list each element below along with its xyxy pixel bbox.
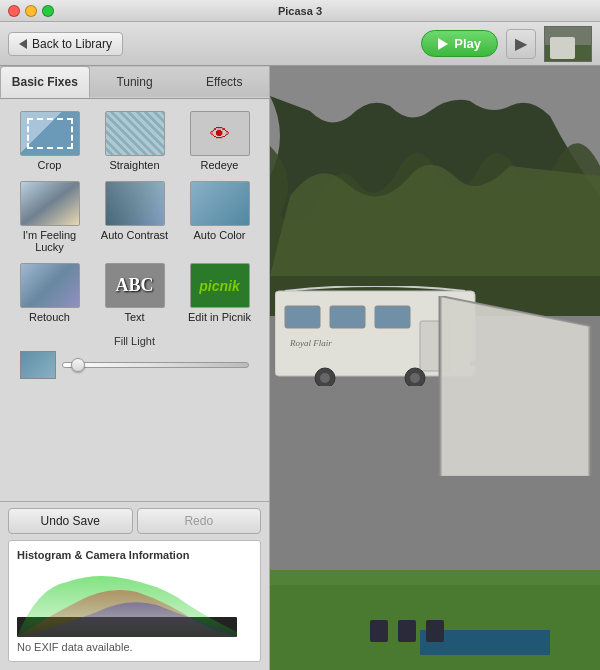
tool-auto-contrast[interactable]: Auto Contrast: [95, 179, 174, 255]
nav-right-icon: ▶: [515, 34, 527, 53]
retouch-label: Retouch: [29, 311, 70, 323]
tabs-bar: Basic Fixes Tuning Effects: [0, 66, 269, 99]
back-arrow-icon: [19, 39, 27, 49]
histogram-section: Histogram & Camera Information: [8, 540, 261, 662]
tools-grid: Crop Straighten Redeye I'm Feeling Lucky: [10, 109, 259, 325]
crop-thumbnail: [20, 111, 80, 156]
autocontrast-label: Auto Contrast: [101, 229, 168, 241]
lucky-label: I'm Feeling Lucky: [12, 229, 87, 253]
redeye-label: Redeye: [201, 159, 239, 171]
back-to-library-button[interactable]: Back to Library: [8, 32, 123, 56]
crop-label: Crop: [38, 159, 62, 171]
tree-canopy: [270, 96, 600, 316]
histogram-title: Histogram & Camera Information: [17, 549, 252, 561]
title-bar: Picasa 3: [0, 0, 600, 22]
back-to-library-label: Back to Library: [32, 37, 112, 51]
tool-auto-color[interactable]: Auto Color: [180, 179, 259, 255]
photo-thumbnail[interactable]: [544, 26, 592, 62]
play-button[interactable]: Play: [421, 30, 498, 57]
fill-light-label: Fill Light: [20, 335, 249, 347]
svg-rect-24: [398, 620, 416, 642]
text-label: Text: [124, 311, 144, 323]
close-button[interactable]: [8, 5, 20, 17]
fill-light-slider[interactable]: [62, 362, 249, 368]
abc-icon: ABC: [115, 275, 153, 296]
tool-straighten[interactable]: Straighten: [95, 109, 174, 173]
autocontrast-thumbnail: [105, 181, 165, 226]
play-icon: [438, 38, 448, 50]
tab-effects[interactable]: Effects: [179, 66, 269, 98]
fill-light-section: Fill Light: [10, 335, 259, 387]
fill-light-preview: [20, 351, 56, 379]
window-controls[interactable]: [8, 5, 54, 17]
svg-point-11: [320, 373, 330, 383]
tool-retouch[interactable]: Retouch: [10, 261, 89, 325]
svg-point-13: [410, 373, 420, 383]
app-title: Picasa 3: [278, 5, 322, 17]
photo-scene: Royal Flair: [270, 66, 600, 670]
svg-rect-6: [330, 306, 365, 328]
toolbar: Back to Library Play ▶: [0, 22, 600, 66]
retouch-thumbnail: [20, 263, 80, 308]
tool-text[interactable]: ABC Text: [95, 261, 174, 325]
awning: [430, 296, 600, 476]
tab-basic-fixes[interactable]: Basic Fixes: [0, 66, 90, 98]
svg-rect-23: [370, 620, 388, 642]
minimize-button[interactable]: [25, 5, 37, 17]
nav-right-button[interactable]: ▶: [506, 29, 536, 59]
undo-save-button[interactable]: Undo Save: [8, 508, 133, 534]
left-panel: Basic Fixes Tuning Effects Crop Strai: [0, 66, 270, 670]
svg-rect-7: [375, 306, 410, 328]
fill-light-controls: [20, 351, 249, 379]
ground-grass: [270, 570, 600, 670]
tab-tuning[interactable]: Tuning: [90, 66, 180, 98]
play-label: Play: [454, 36, 481, 51]
svg-rect-21: [270, 570, 600, 585]
autocolor-thumbnail: [190, 181, 250, 226]
maximize-button[interactable]: [42, 5, 54, 17]
svg-marker-19: [440, 296, 590, 476]
autocolor-label: Auto Color: [194, 229, 246, 241]
svg-rect-25: [426, 620, 444, 642]
histogram-noexif-text: No EXIF data available.: [17, 641, 252, 653]
lucky-thumbnail: [20, 181, 80, 226]
picnik-logo-icon: picnik: [199, 278, 239, 294]
tool-crop[interactable]: Crop: [10, 109, 89, 173]
straighten-label: Straighten: [109, 159, 159, 171]
tools-section: Crop Straighten Redeye I'm Feeling Lucky: [0, 99, 269, 501]
svg-text:Royal Flair: Royal Flair: [289, 338, 332, 348]
picnik-label: Edit in Picnik: [188, 311, 251, 323]
redeye-thumbnail: [190, 111, 250, 156]
right-panel: Royal Flair: [270, 66, 600, 670]
histogram-canvas: [17, 567, 252, 637]
main-area: Basic Fixes Tuning Effects Crop Strai: [0, 66, 600, 670]
picnik-thumbnail: picnik: [190, 263, 250, 308]
tool-im-feeling-lucky[interactable]: I'm Feeling Lucky: [10, 179, 89, 255]
straighten-thumbnail: [105, 111, 165, 156]
redo-button[interactable]: Redo: [137, 508, 262, 534]
tool-edit-picnik[interactable]: picnik Edit in Picnik: [180, 261, 259, 325]
slider-thumb[interactable]: [71, 358, 85, 372]
undo-redo-bar: Undo Save Redo: [0, 501, 269, 540]
svg-rect-5: [285, 306, 320, 328]
text-thumbnail: ABC: [105, 263, 165, 308]
tool-redeye[interactable]: Redeye: [180, 109, 259, 173]
svg-rect-2: [550, 37, 575, 59]
